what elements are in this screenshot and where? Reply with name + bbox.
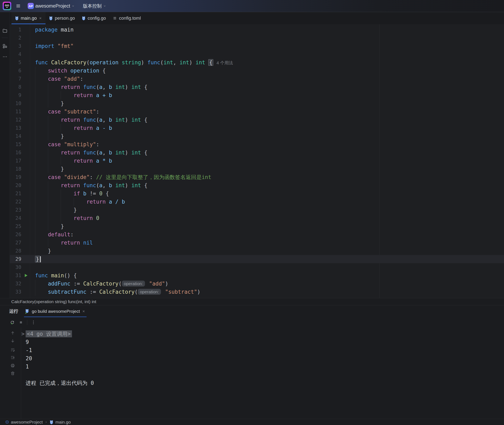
code-line-7[interactable]: 7 case "add":: [10, 75, 504, 83]
line-number: 28: [10, 247, 21, 255]
line-number: 3: [10, 42, 21, 50]
line-number: 17: [10, 157, 21, 165]
stop-button[interactable]: [19, 320, 23, 325]
code-text: return func(a, b int) int {: [35, 116, 147, 124]
code-line-32[interactable]: 32 addFunc := CalcFactory(operation: "ad…: [10, 279, 504, 288]
code-text: default:: [35, 230, 74, 239]
console-output-line: 进程 已完成，退出代码为 0: [26, 379, 94, 387]
code-text: return func(a, b int) int {: [35, 148, 147, 157]
code-line-29[interactable]: 29}: [10, 255, 504, 263]
code-line-9[interactable]: 9 return a + b: [10, 91, 504, 99]
code-text: return 0: [35, 214, 99, 222]
console-output-line: 9: [26, 338, 29, 346]
editor-tab-main.go[interactable]: main.go: [12, 12, 46, 24]
run-config-tab[interactable]: go build awesomeProject: [24, 305, 87, 317]
code-line-27[interactable]: 27 return nil: [10, 239, 504, 247]
more-options-button[interactable]: [31, 320, 36, 325]
line-number: 7: [10, 75, 21, 83]
close-icon[interactable]: [82, 310, 85, 313]
code-line-18[interactable]: 18 }: [10, 165, 504, 173]
project-name: awesomeProject: [35, 3, 70, 9]
line-number: 10: [10, 99, 21, 107]
line-number: 13: [10, 124, 21, 132]
arrow-up-icon[interactable]: [10, 331, 15, 335]
code-line-15[interactable]: 15 case "multiply":: [10, 140, 504, 148]
code-line-26[interactable]: 26 default:: [10, 230, 504, 239]
code-line-10[interactable]: 10 }: [10, 99, 504, 107]
trash-icon[interactable]: [10, 371, 15, 376]
softwrap-icon[interactable]: [10, 347, 15, 352]
structure-icon: [2, 43, 7, 49]
gopher-file-icon: [15, 16, 19, 20]
sidebar-more-tools-button[interactable]: [1, 53, 8, 60]
code-line-20[interactable]: 20 return func(a, b int) int {: [10, 181, 504, 189]
chevron-right-icon: [45, 421, 48, 424]
editor-tab-config.go[interactable]: config.go: [78, 12, 109, 24]
tab-label: main.go: [21, 16, 37, 21]
code-line-19[interactable]: 19 case "divide": // 这里是向下取整了，因为函数签名返回是i…: [10, 173, 504, 181]
code-text: }: [35, 255, 41, 263]
code-editor[interactable]: 1package main23import "fmt"45func CalcFa…: [10, 24, 504, 298]
code-line-14[interactable]: 14 }: [10, 132, 504, 140]
code-line-22[interactable]: 22 return a / b: [10, 198, 504, 206]
code-line-17[interactable]: 17 return a * b: [10, 157, 504, 165]
project-selector[interactable]: AP awesomeProject: [26, 2, 76, 10]
code-line-3[interactable]: 3import "fmt": [10, 42, 504, 50]
code-line-2[interactable]: 2: [10, 34, 504, 42]
code-line-13[interactable]: 13 return a - b: [10, 124, 504, 132]
line-number: 20: [10, 181, 21, 189]
code-line-11[interactable]: 11 case "subtract":: [10, 107, 504, 116]
run-console[interactable]: ><4 go 设置调用>9-1201进程 已完成，退出代码为 0: [0, 328, 504, 419]
code-text: }: [35, 206, 77, 214]
code-line-31[interactable]: 31func main() {: [10, 271, 504, 279]
line-number: 1: [10, 26, 21, 34]
code-line-30[interactable]: 30: [10, 263, 504, 271]
text-caret: [40, 256, 41, 262]
code-line-4[interactable]: 4: [10, 50, 504, 58]
tab-close-icon[interactable]: [39, 17, 42, 20]
code-line-5[interactable]: 5func CalcFactory(operation string) func…: [10, 58, 504, 66]
line-number: 5: [10, 58, 21, 66]
code-text: return func(a, b int) int {: [35, 181, 147, 189]
code-line-1[interactable]: 1package main: [10, 26, 504, 34]
folder-icon: [2, 28, 7, 33]
rerun-button[interactable]: [10, 320, 15, 325]
code-text: func main() {: [35, 271, 77, 279]
tab-label: config.go: [88, 16, 106, 21]
arrow-down-icon[interactable]: [10, 338, 15, 343]
vcs-selector[interactable]: 版本控制: [81, 2, 108, 10]
code-line-33[interactable]: 33 subtractFunc := CalcFactory(operation…: [10, 288, 504, 296]
code-text: case "multiply":: [35, 140, 99, 148]
printer-icon[interactable]: [10, 363, 15, 368]
ide-window: GO AP awesomeProject 版本控制 main.goperson.…: [0, 0, 504, 425]
line-number: 25: [10, 222, 21, 230]
editor-tab-config.toml[interactable]: config.toml: [109, 12, 144, 24]
code-line-25[interactable]: 25 }: [10, 222, 504, 230]
line-number: 16: [10, 148, 21, 157]
sidebar-structure-button[interactable]: [1, 43, 8, 49]
breadcrumb-file[interactable]: main.go: [55, 420, 71, 425]
code-text: }: [35, 222, 64, 230]
code-line-23[interactable]: 23 }: [10, 206, 504, 214]
breadcrumb-project[interactable]: awesomeProject: [11, 420, 43, 425]
code-text: package main: [35, 26, 74, 34]
scrollend-icon[interactable]: [10, 355, 15, 360]
code-line-21[interactable]: 21 if b != 0 {: [10, 189, 504, 198]
editor-tab-person.go[interactable]: person.go: [46, 12, 78, 24]
code-line-16[interactable]: 16 return func(a, b int) int {: [10, 148, 504, 157]
code-line-8[interactable]: 8 return func(a, b int) int {: [10, 83, 504, 91]
gopher-file-icon: [49, 16, 53, 20]
line-number: 29: [10, 255, 21, 263]
code-text: case "subtract":: [35, 107, 99, 116]
code-line-12[interactable]: 12 return func(a, b int) int {: [10, 116, 504, 124]
sidebar-project-button[interactable]: [1, 27, 8, 34]
line-number: 19: [10, 173, 21, 181]
main-menu-icon[interactable]: [16, 3, 21, 8]
line-number: 26: [10, 230, 21, 239]
code-line-6[interactable]: 6 switch operation {: [10, 66, 504, 75]
code-line-28[interactable]: 28 }: [10, 247, 504, 255]
tab-label: config.toml: [119, 16, 141, 21]
code-line-24[interactable]: 24 return 0: [10, 214, 504, 222]
run-main-gutter-icon[interactable]: [23, 273, 28, 278]
line-number: 23: [10, 206, 21, 214]
